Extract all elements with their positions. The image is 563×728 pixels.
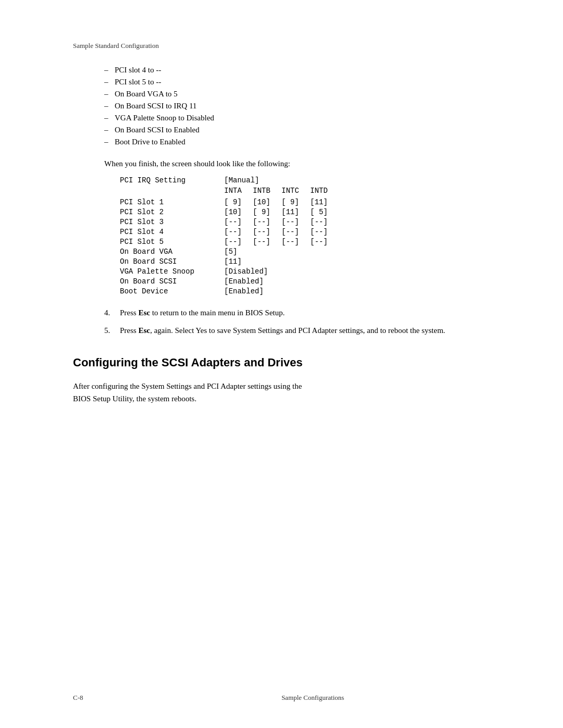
table-row: Boot Device [Enabled] xyxy=(120,287,480,295)
list-item: On Board SCSI to IRQ 11 xyxy=(104,102,511,110)
list-item: VGA Palette Snoop to Disabled xyxy=(104,114,511,122)
section-body: After configuring the System Settings an… xyxy=(73,380,511,405)
page: Sample Standard Configuration PCI slot 4… xyxy=(0,0,563,728)
pci-irq-header: PCI IRQ Setting [Manual] xyxy=(120,176,480,184)
table-row: On Board SCSI [Enabled] xyxy=(120,277,480,286)
sub-header-row: INTA INTB INTC INTD xyxy=(120,187,480,195)
numbered-list: 4. Press Esc to return to the main menu … xyxy=(104,309,480,338)
section-label: Sample Standard Configuration xyxy=(73,42,511,50)
config-table: PCI IRQ Setting [Manual] INTA INTB INTC … xyxy=(120,176,480,295)
numbered-item-4: 4. Press Esc to return to the main menu … xyxy=(104,309,480,320)
inta-header: INTA xyxy=(224,187,253,195)
section-title: Configuring the SCSI Adapters and Drives xyxy=(73,356,511,369)
table-row: On Board VGA [5] xyxy=(120,248,480,256)
table-row: PCI Slot 5 [--] [--] [--] [--] xyxy=(120,238,480,246)
list-item: Boot Drive to Enabled xyxy=(104,138,511,146)
table-row: PCI Slot 4 [--] [--] [--] [--] xyxy=(120,228,480,236)
item-number: 5. xyxy=(104,326,120,338)
footer-label: Sample Configurations xyxy=(115,694,511,702)
table-row: PCI Slot 3 [--] [--] [--] [--] xyxy=(120,218,480,226)
item-content: Press Esc, again. Select Yes to save Sys… xyxy=(120,326,480,338)
intd-header: INTD xyxy=(310,187,339,195)
intro-text: When you finish, the screen should look … xyxy=(104,159,480,168)
bullet-list: PCI slot 4 to -- PCI slot 5 to -- On Boa… xyxy=(104,66,511,146)
list-item: On Board SCSI to Enabled xyxy=(104,126,511,134)
footer: C-8 Sample Configurations xyxy=(0,694,563,702)
pci-irq-label: PCI IRQ Setting xyxy=(120,176,224,184)
list-item: On Board VGA to 5 xyxy=(104,90,511,98)
pci-irq-value: [Manual] xyxy=(224,176,287,184)
list-item: PCI slot 5 to -- xyxy=(104,78,511,87)
numbered-item-5: 5. Press Esc, again. Select Yes to save … xyxy=(104,326,480,338)
item-number: 4. xyxy=(104,309,120,320)
table-row: PCI Slot 2 [10] [ 9] [11] [ 5] xyxy=(120,208,480,216)
footer-page-number: C-8 xyxy=(73,694,115,702)
table-row: PCI Slot 1 [ 9] [10] [ 9] [11] xyxy=(120,198,480,206)
list-item: PCI slot 4 to -- xyxy=(104,66,511,75)
intb-header: INTB xyxy=(253,187,282,195)
item-content: Press Esc to return to the main menu in … xyxy=(120,309,480,320)
intc-header: INTC xyxy=(282,187,310,195)
table-row: VGA Palette Snoop [Disabled] xyxy=(120,267,480,276)
table-row: On Board SCSI [11] xyxy=(120,257,480,266)
